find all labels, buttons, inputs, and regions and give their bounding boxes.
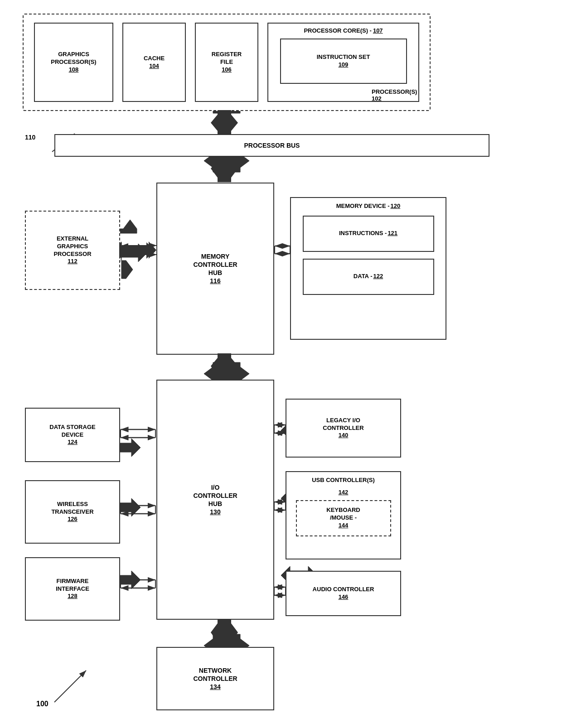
- io-audio-arrow: [273, 579, 287, 604]
- register-file-box: REGISTER FILE 106: [195, 23, 258, 102]
- io-net-arrow: [206, 619, 242, 648]
- audio-ref: 146: [339, 593, 349, 601]
- cache-label: CACHE: [144, 55, 165, 63]
- data-box: DATA - 122: [303, 259, 434, 295]
- svg-marker-77: [211, 619, 238, 647]
- instruction-set-label: INSTRUCTION SET: [317, 53, 370, 61]
- processor-core-label: PROCESSOR CORE(S) -: [304, 27, 372, 35]
- ext-mch-arrow2: [120, 239, 160, 261]
- keyboard-label: KEYBOARD /MOUSE -: [326, 506, 360, 522]
- io-usb-arrow: [273, 494, 287, 519]
- data-storage-label: DATA STORAGE DEVICE: [49, 424, 95, 439]
- mch-ref: 116: [210, 277, 220, 285]
- cache-box: CACHE 104: [122, 23, 186, 102]
- processors-ref: 102: [372, 95, 382, 102]
- instructions-box: INSTRUCTIONS - 121: [303, 216, 434, 252]
- instruction-set-box: INSTRUCTION SET 109: [280, 39, 407, 84]
- svg-line-79: [54, 670, 86, 702]
- wireless-transceiver-box: WIRELESS TRANSCEIVER 126: [25, 480, 120, 544]
- audio-controller-box: AUDIO CONTROLLER 146: [286, 571, 401, 616]
- svg-marker-40: [211, 353, 238, 380]
- fw-io-arrow: [119, 572, 158, 597]
- network-controller-box: NETWORK CONTROLLER 134: [156, 647, 274, 710]
- data-ref: 122: [373, 273, 383, 280]
- network-label: NETWORK CONTROLLER: [193, 666, 237, 683]
- cache-ref: 104: [149, 63, 159, 70]
- usb-controller-outer: USB CONTROLLER(S) 142 KEYBOARD /MOUSE - …: [286, 471, 401, 559]
- legacy-io-box: LEGACY I/O CONTROLLER 140: [286, 399, 401, 458]
- usb-label: USB CONTROLLER(S): [312, 477, 375, 484]
- graphics-processor-ref: 108: [69, 66, 79, 74]
- proc-to-bus-arrow: [206, 110, 242, 135]
- wireless-ref: 126: [68, 516, 78, 523]
- usb-ref: 142: [339, 489, 349, 497]
- keyboard-ref: 144: [339, 522, 349, 530]
- ds-io-arrow: [119, 421, 158, 446]
- svg-marker-25: [211, 156, 238, 182]
- io-controller-hub-box: I/O CONTROLLER HUB 130: [156, 380, 274, 620]
- mch-label: MEMORY CONTROLLER HUB: [193, 252, 237, 277]
- wireless-label: WIRELESS TRANSCEIVER: [51, 501, 93, 516]
- svg-marker-24: [211, 110, 238, 135]
- legacy-io-ref: 140: [339, 432, 349, 439]
- wt-io-arrow: [119, 497, 158, 522]
- graphics-processor-label: GRAPHICS PROCESSOR(S): [51, 51, 96, 66]
- firmware-ref: 128: [68, 593, 78, 600]
- memory-controller-hub-box: MEMORY CONTROLLER HUB 116: [156, 183, 274, 355]
- processors-label: PROCESSOR(S)102: [372, 88, 417, 102]
- processor-bus-label: PROCESSOR BUS: [244, 141, 300, 149]
- sys-ref-arrow: [45, 666, 100, 707]
- keyboard-mouse-box: KEYBOARD /MOUSE - 144: [296, 500, 391, 536]
- instruction-set-ref: 109: [339, 61, 349, 69]
- io-legacy-arrow: [273, 417, 287, 442]
- graphics-processor-box: GRAPHICS PROCESSOR(S) 108: [34, 23, 113, 102]
- processor-bus-box: PROCESSOR BUS: [54, 134, 489, 157]
- memory-device-ref: 120: [391, 202, 401, 210]
- io-hub-ref: 130: [210, 508, 220, 516]
- instructions-label: INSTRUCTIONS -: [339, 230, 387, 237]
- memory-device-label: MEMORY DEVICE -: [336, 202, 390, 210]
- external-graphics-box: EXTERNAL GRAPHICS PROCESSOR 112: [25, 211, 120, 290]
- mch-io-arrow: [206, 353, 242, 381]
- memory-device-outer: MEMORY DEVICE - 120 INSTRUCTIONS - 121 D…: [290, 197, 446, 340]
- firmware-interface-box: FIRMWARE INTERFACE 128: [25, 557, 120, 621]
- diagram: GRAPHICS PROCESSOR(S) 108 CACHE 104 REGI…: [0, 0, 562, 728]
- data-storage-box: DATA STORAGE DEVICE 124: [25, 408, 120, 462]
- processor-core-ref: 107: [373, 27, 383, 35]
- firmware-label: FIRMWARE INTERFACE: [56, 578, 89, 593]
- register-file-label: REGISTER FILE: [212, 51, 242, 66]
- audio-label: AUDIO CONTROLLER: [313, 586, 374, 593]
- external-graphics-ref: 112: [68, 258, 78, 265]
- network-ref: 134: [210, 683, 220, 691]
- instructions-ref: 121: [388, 230, 397, 237]
- external-graphics-label: EXTERNAL GRAPHICS PROCESSOR: [53, 235, 91, 258]
- io-hub-label: I/O CONTROLLER HUB: [193, 483, 237, 508]
- mch-mem-arrow: [273, 238, 291, 263]
- bus-to-mch-arrow: [206, 156, 242, 183]
- legacy-io-label: LEGACY I/O CONTROLLER: [323, 417, 363, 432]
- data-storage-ref: 124: [68, 439, 78, 446]
- register-file-ref: 106: [222, 66, 232, 74]
- data-label: DATA -: [354, 273, 373, 280]
